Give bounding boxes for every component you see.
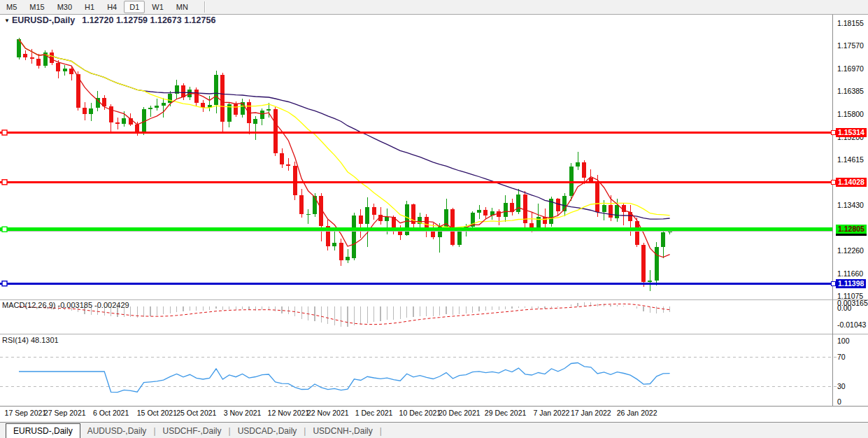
symbol-label: EURUSD-,Daily	[12, 15, 75, 25]
chart-tab-usdcad[interactable]: USDCAD-,Daily	[231, 424, 304, 438]
chart-area[interactable]: ▼EURUSD-,Daily1.12720 1.12759 1.12673 1.…	[0, 0, 868, 422]
timeframe-toolbar: M5M15M30H1H4D1W1MN	[0, 0, 868, 15]
chart-canvas[interactable]	[0, 0, 868, 422]
timeframe-button-m15[interactable]: M15	[24, 1, 50, 13]
candles-layer	[17, 38, 672, 291]
hline-1.11398[interactable]	[0, 281, 832, 286]
fast-ma-line	[19, 39, 670, 257]
rsi-levels	[0, 358, 837, 387]
chart-tab-audusd[interactable]: AUDUSD-,Daily	[80, 424, 154, 438]
macd-label: MACD(12,26,9) -0.003185 -0.002429	[2, 301, 129, 309]
chart-tab-eurusd[interactable]: EURUSD-,Daily	[6, 423, 80, 438]
timeframe-button-m5[interactable]: M5	[1, 1, 22, 13]
timeframe-button-w1[interactable]: W1	[146, 1, 169, 13]
chart-tabs-bar: EURUSD-,DailyAUDUSD-,Daily|USDCHF-,Daily…	[0, 422, 868, 438]
timeframe-button-m30[interactable]: M30	[52, 1, 78, 13]
hline-1.12805[interactable]	[0, 227, 832, 232]
timeframe-button-d1[interactable]: D1	[124, 1, 145, 13]
tab-separator: |	[380, 426, 382, 438]
chart-tab-usdchf[interactable]: USDCHF-,Daily	[156, 424, 229, 438]
medium-ma-line	[19, 39, 670, 227]
rsi-line	[19, 363, 670, 393]
mt4-window: ▼EURUSD-,Daily1.12720 1.12759 1.12673 1.…	[0, 0, 868, 438]
collapse-triangle-icon[interactable]: ▼	[4, 17, 10, 24]
toolbar-separator	[204, 1, 206, 13]
chart-title: ▼EURUSD-,Daily1.12720 1.12759 1.12673 1.…	[4, 15, 215, 25]
chart-tab-usdcnh[interactable]: USDCNH-,Daily	[306, 424, 379, 438]
timeframe-button-mn[interactable]: MN	[171, 1, 194, 13]
ohlc-quote: 1.12720 1.12759 1.12673 1.12756	[82, 15, 215, 25]
timeframe-button-h4[interactable]: H4	[101, 1, 122, 13]
rsi-label: RSI(14) 48.1301	[2, 336, 59, 344]
timeframe-button-h1[interactable]: H1	[79, 1, 100, 13]
hline-1.14028[interactable]	[0, 180, 832, 185]
hline-1.15314[interactable]	[0, 130, 832, 135]
